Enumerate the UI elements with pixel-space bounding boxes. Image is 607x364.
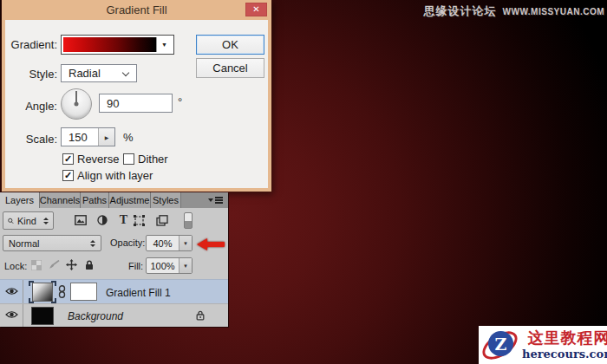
layer-name: Gradient Fill 1	[106, 287, 171, 299]
mask-link-toggle[interactable]	[58, 285, 66, 300]
reverse-checkbox-box[interactable]: ✓	[62, 153, 74, 165]
lock-icon	[196, 310, 205, 321]
updown-arrows-icon	[43, 218, 49, 224]
filter-shape-layers-button[interactable]	[132, 212, 147, 228]
gradient-preview-well[interactable]: ▼	[61, 35, 174, 55]
background-layer-thumbnail[interactable]	[31, 307, 54, 325]
layers-panel: Layers Channels Paths Adjustme Styles Ki…	[0, 192, 228, 327]
gradient-label: Gradient:	[7, 38, 57, 51]
lock-paint-button[interactable]	[46, 257, 61, 272]
align-label: Align with layer	[77, 169, 153, 182]
dropdown-arrow-icon: ▼	[183, 241, 188, 246]
style-value: Radial	[69, 67, 101, 80]
fill-combo[interactable]: 100% ▼	[146, 257, 193, 274]
tab-styles[interactable]: Styles	[151, 192, 181, 208]
gradient-dropdown-button[interactable]: ▼	[157, 37, 172, 52]
logo-mark: Z	[479, 327, 522, 363]
tab-channels[interactable]: Channels	[40, 192, 81, 208]
angle-dial[interactable]	[61, 88, 92, 120]
close-icon: ✕	[252, 5, 259, 14]
layer-row-gradient-fill[interactable]: Gradient Fill 1	[0, 279, 228, 303]
layer-thumbnail-frame	[29, 281, 56, 303]
checkerboard-icon	[31, 260, 42, 270]
close-button[interactable]: ✕	[245, 3, 267, 16]
type-icon: T	[120, 213, 127, 227]
panel-menu-icon	[215, 197, 223, 204]
kind-filter-select[interactable]: Kind	[3, 211, 54, 230]
gradient-preview	[63, 37, 156, 52]
dropdown-arrow-icon: ▼	[183, 263, 188, 269]
scale-spinner-button[interactable]: ▶	[98, 128, 114, 146]
spinner-arrow-icon: ▶	[105, 134, 109, 140]
dither-checkbox-box[interactable]	[123, 153, 134, 165]
dropdown-arrow-icon: ▼	[161, 42, 167, 48]
opacity-label: Opacity:	[110, 237, 145, 248]
dither-checkbox[interactable]: Dither	[123, 153, 168, 166]
smart-object-icon	[156, 215, 168, 226]
tab-adjustments[interactable]: Adjustme	[109, 192, 151, 208]
opacity-combo[interactable]: 40% ▼	[146, 235, 193, 251]
cancel-button[interactable]: Cancel	[196, 58, 264, 78]
filter-smart-objects-button[interactable]	[154, 212, 169, 228]
fill-value[interactable]: 100%	[147, 258, 179, 273]
reverse-label: Reverse	[77, 153, 119, 166]
reverse-checkbox[interactable]: ✓ Reverse	[62, 153, 119, 166]
lock-all-button[interactable]	[82, 257, 96, 272]
tabbar-filler	[181, 192, 228, 208]
scale-unit: %	[123, 131, 134, 144]
angle-input[interactable]: 90	[99, 94, 173, 113]
panel-tabbar: Layers Channels Paths Adjustme Styles	[0, 192, 228, 208]
filter-adjustment-layers-button[interactable]	[95, 212, 109, 228]
blend-mode-value: Normal	[9, 238, 39, 249]
layer-name: Background	[68, 310, 123, 322]
fill-dropdown-button[interactable]: ▼	[179, 258, 192, 273]
opacity-value[interactable]: 40%	[147, 236, 179, 250]
visibility-column	[0, 280, 23, 303]
eye-icon	[5, 287, 18, 296]
align-with-layer-checkbox[interactable]: ✓ Align with layer	[62, 169, 153, 182]
visibility-column	[0, 304, 23, 327]
watermark: 思缘设计论坛 WWW.MISSYUAN.COM	[424, 3, 604, 19]
lock-transparency-button[interactable]	[29, 257, 43, 272]
visibility-toggle[interactable]	[5, 287, 18, 297]
move-icon	[66, 259, 77, 270]
filter-toggle-switch[interactable]	[184, 212, 193, 229]
fill-label: Fill:	[128, 261, 143, 271]
filter-type-layers-button[interactable]: T	[116, 212, 131, 228]
ok-button[interactable]: OK	[196, 35, 264, 55]
chain-link-icon	[58, 285, 66, 298]
layer-mask-thumbnail[interactable]	[70, 283, 97, 301]
dither-label: Dither	[138, 153, 168, 166]
style-select[interactable]: Radial	[61, 64, 137, 82]
logo-site-name: 这里教程网	[522, 330, 607, 346]
gradient-layer-thumbnail[interactable]	[32, 283, 53, 302]
brush-icon	[48, 260, 60, 270]
scale-input[interactable]: 150	[62, 128, 98, 146]
logo-text: 这里教程网 herecours.com	[522, 330, 607, 360]
dialog-titlebar[interactable]: Gradient Fill ✕	[2, 0, 271, 20]
angle-dial-center	[75, 102, 79, 107]
dialog-title: Gradient Fill	[2, 3, 271, 16]
visibility-toggle[interactable]	[5, 310, 18, 321]
updown-arrows-icon	[90, 240, 95, 247]
lock-icon	[85, 260, 94, 270]
opacity-dropdown-button[interactable]: ▼	[179, 236, 192, 250]
panel-menu-button[interactable]	[208, 197, 223, 204]
blend-mode-select[interactable]: Normal	[3, 235, 101, 251]
align-checkbox-box[interactable]: ✓	[62, 170, 74, 181]
layer-row-background[interactable]: Background	[0, 303, 228, 327]
background-locked-indicator	[196, 310, 205, 322]
chevron-down-icon	[122, 69, 129, 76]
panel-menu-arrow-icon	[208, 198, 213, 202]
filter-pixel-layers-button[interactable]	[73, 212, 88, 228]
scale-label: Scale:	[7, 133, 57, 146]
image-icon	[75, 215, 87, 225]
tab-layers[interactable]: Layers	[0, 192, 40, 208]
tab-paths[interactable]: Paths	[81, 192, 109, 208]
kind-filter-value: Kind	[17, 216, 36, 226]
logo-letter-badge: Z	[488, 331, 513, 356]
lock-position-button[interactable]	[64, 257, 79, 272]
lock-label: Lock:	[4, 261, 27, 271]
eye-icon	[5, 310, 18, 319]
style-label: Style:	[7, 68, 57, 81]
